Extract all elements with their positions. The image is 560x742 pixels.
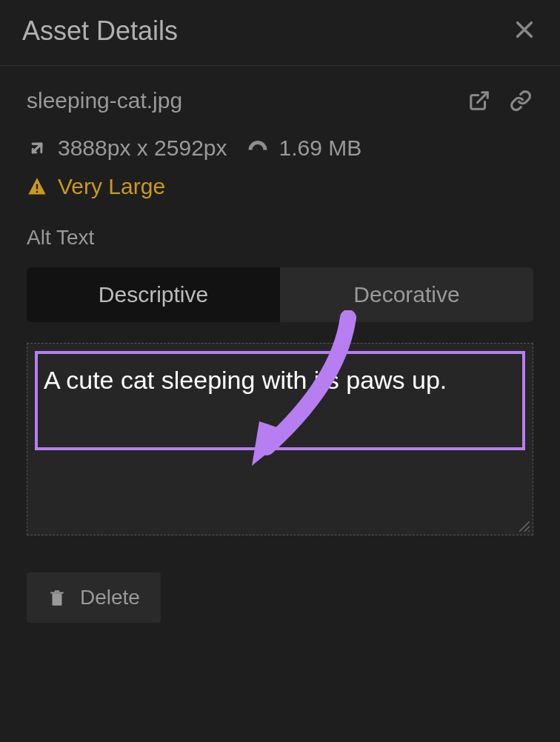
gauge-icon bbox=[247, 137, 269, 159]
size-warning-text: Very Large bbox=[58, 174, 165, 199]
filename-actions bbox=[468, 90, 533, 112]
open-external-button[interactable] bbox=[468, 90, 490, 112]
alt-text-highlight bbox=[35, 351, 525, 450]
svg-rect-5 bbox=[36, 184, 38, 190]
resize-handle-icon[interactable] bbox=[518, 520, 531, 533]
filename-row: sleeping-cat.jpg bbox=[27, 88, 533, 113]
external-link-icon bbox=[468, 90, 490, 112]
size-warning-row: Very Large bbox=[27, 174, 533, 199]
warning-icon bbox=[27, 176, 47, 197]
link-icon bbox=[508, 90, 533, 112]
dimensions-icon bbox=[27, 138, 47, 158]
copy-link-button[interactable] bbox=[508, 90, 533, 112]
tab-decorative[interactable]: Decorative bbox=[280, 267, 533, 322]
alt-text-input[interactable] bbox=[44, 361, 516, 437]
panel-header: Asset Details bbox=[0, 0, 560, 66]
svg-rect-6 bbox=[36, 191, 38, 193]
alt-text-container bbox=[27, 343, 533, 535]
panel-title: Asset Details bbox=[22, 16, 178, 47]
alt-text-label: Alt Text bbox=[27, 226, 533, 250]
tab-descriptive[interactable]: Descriptive bbox=[27, 267, 280, 322]
delete-button-label: Delete bbox=[80, 586, 140, 609]
asset-details-panel: Asset Details sleeping-cat.jpg bbox=[0, 0, 560, 742]
delete-button[interactable]: Delete bbox=[27, 572, 161, 623]
trash-icon bbox=[47, 588, 67, 607]
asset-filesize: 1.69 MB bbox=[279, 136, 362, 161]
close-button[interactable] bbox=[511, 15, 538, 47]
svg-line-2 bbox=[478, 93, 488, 103]
dimensions-row: 3888px x 2592px 1.69 MB bbox=[27, 136, 533, 161]
asset-dimensions: 3888px x 2592px bbox=[58, 136, 227, 161]
alt-text-tabs: Descriptive Decorative bbox=[27, 267, 533, 322]
panel-content: sleeping-cat.jpg bbox=[0, 66, 560, 742]
close-icon bbox=[514, 19, 535, 40]
svg-line-9 bbox=[529, 531, 530, 532]
panel-footer: Delete bbox=[27, 572, 533, 623]
asset-filename: sleeping-cat.jpg bbox=[27, 88, 182, 113]
svg-line-7 bbox=[519, 521, 530, 532]
